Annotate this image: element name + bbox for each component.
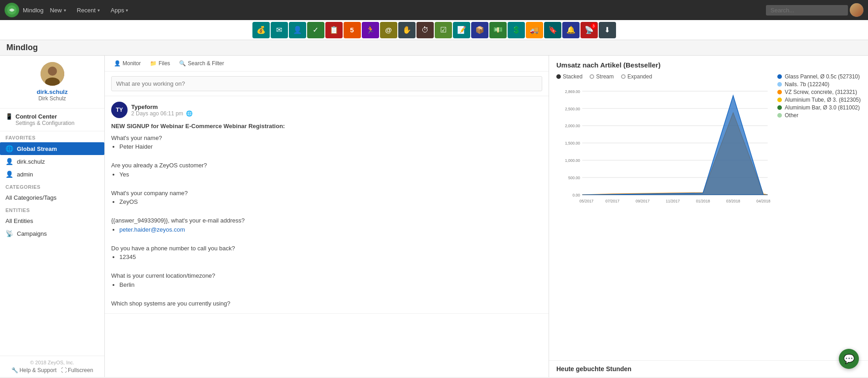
top-navigation: Mindlog New▾ Recent▾ Apps▾ (0, 0, 868, 20)
notifications-icon-btn[interactable]: 🔔 (562, 22, 580, 38)
copyright-text: © 2018 ZeyOS, Inc. (5, 360, 99, 365)
search-input[interactable] (766, 5, 848, 16)
svg-text:500.00: 500.00 (568, 176, 580, 180)
sidebar-control-center[interactable]: 📱 Control Center Settings & Configuratio… (0, 109, 104, 131)
expanded-radio[interactable]: Expanded (621, 73, 652, 80)
legend-item-4: Aluminium Bar, Ø 3.0 (811002) (777, 104, 861, 111)
sidebar-item-campaigns[interactable]: 📡 Campaigns (0, 227, 104, 240)
checklist-icon-btn[interactable]: ☑ (435, 22, 452, 38)
user-icon-admin: 👤 (5, 171, 13, 178)
feed-q6: What is your current location/timezone? (111, 271, 542, 280)
compose-input[interactable] (111, 76, 542, 91)
center-toolbar: 👤 Monitor 📁 Files 🔍 Search & Filter (105, 56, 549, 72)
feed-a2: Yes (119, 170, 542, 179)
logo[interactable] (5, 3, 19, 17)
feed-q7: Which shop systems are you currently usi… (111, 299, 542, 308)
sidebar-item-label: dirk.schulz (17, 158, 45, 165)
download-icon-btn[interactable]: ⬇ (599, 22, 616, 38)
sidebar-user-section: dirk.schulz Dirk Schulz (0, 56, 104, 109)
sidebar-item-global-stream[interactable]: 🌐 Global Stream (0, 142, 104, 155)
legend-item-1: Nails. 7b (122240) (777, 81, 861, 88)
sidebar-username[interactable]: dirk.schulz (37, 88, 68, 95)
sidebar-item-label: All Categories/Tags (5, 194, 56, 201)
svg-text:01/2018: 01/2018 (696, 199, 710, 203)
feed-scroll[interactable]: TY Typeform 2 Days ago 06:11 pm 🌐 NEW SI… (105, 96, 549, 377)
categories-section-label: CATEGORIES (0, 181, 104, 192)
sidebar-item-all-entities[interactable]: All Entities (0, 215, 104, 227)
mail-icon-btn[interactable]: ✉ (271, 22, 288, 38)
svg-text:05/2017: 05/2017 (580, 199, 594, 203)
feed-q3: What's your company name? (111, 189, 542, 198)
chat-bubble-btn[interactable]: 💬 (839, 349, 859, 369)
fullscreen-link[interactable]: ⛶ Fullscreen (61, 367, 93, 373)
compose-area (105, 72, 549, 96)
contacts-icon-btn[interactable]: 👤 (289, 22, 306, 38)
chart-area: Stacked Stream Expanded (556, 73, 772, 212)
svg-text:2,000.00: 2,000.00 (565, 124, 580, 128)
control-center-label: Control Center (15, 113, 57, 120)
global-stream-icon: 🌐 (5, 145, 13, 152)
search-filter-btn[interactable]: 🔍 Search & Filter (175, 58, 228, 68)
svg-text:07/2017: 07/2017 (606, 199, 620, 203)
feed-content: NEW SIGNUP for Webinar E-Commerce Webina… (111, 122, 542, 308)
svg-text:1,000.00: 1,000.00 (565, 158, 580, 163)
at-icon-btn[interactable]: @ (380, 22, 397, 38)
svg-text:1,500.00: 1,500.00 (565, 141, 580, 145)
svg-text:2,869.00: 2,869.00 (565, 89, 580, 94)
signal-icon-btn[interactable]: 📡3 (580, 22, 598, 38)
feed-q1: What's your name? (111, 134, 542, 143)
control-center-icon: 📱 (5, 113, 13, 120)
svg-marker-26 (582, 95, 768, 195)
sidebar-avatar (41, 62, 64, 86)
feed-a4-link[interactable]: peter.haider@zeyos.com (119, 226, 185, 233)
center-panel: 👤 Monitor 📁 Files 🔍 Search & Filter TY T… (105, 56, 549, 377)
sidebar-item-all-categories[interactable]: All Categories/Tags (0, 192, 104, 204)
feed-a1: Peter Haider (119, 142, 542, 151)
bookmark-icon-btn[interactable]: 🔖 (544, 22, 561, 38)
money-icon-btn[interactable]: 💵 (489, 22, 507, 38)
monitor-btn[interactable]: 👤 Monitor (109, 58, 145, 68)
legend-item-3: Aluminium Tube, Ø 3. (812305) (777, 97, 861, 103)
svg-text:11/2017: 11/2017 (666, 199, 680, 203)
left-sidebar: dirk.schulz Dirk Schulz 📱 Control Center… (0, 56, 105, 377)
feed-q5: Do you have a phone number to call you b… (111, 244, 542, 253)
page-title: Mindlog (0, 40, 868, 56)
new-menu[interactable]: New▾ (46, 5, 71, 16)
sidebar-realname: Dirk Schulz (38, 95, 66, 102)
apps-menu[interactable]: Apps▾ (106, 5, 133, 16)
right-panel: Umsatz nach Artikel (Bestseller) Stacked… (549, 56, 868, 377)
dollar-icon-btn[interactable]: 💲 (508, 22, 525, 38)
chart-svg: 2,869.00 2,500.00 2,000.00 1,500.00 1,00… (556, 83, 772, 211)
crm-icon-btn[interactable]: 📋 (325, 22, 343, 38)
timer-icon-btn[interactable]: ⏱ (416, 22, 434, 38)
run-icon-btn[interactable]: 🏃 (362, 22, 379, 38)
finance-icon-btn[interactable]: 💰 (252, 22, 270, 38)
svg-point-2 (48, 67, 57, 76)
svg-text:2,500.00: 2,500.00 (565, 107, 580, 111)
files-btn[interactable]: 📁 Files (145, 58, 175, 68)
feed-q2: Are you already a ZeyOS customer? (111, 161, 542, 170)
legend-item-2: VZ Screw, concrete, (312321) (777, 89, 861, 95)
stream-radio[interactable]: Stream (590, 73, 614, 80)
notes-icon-btn[interactable]: 📝 (453, 22, 470, 38)
favorites-section-label: FAVORITES (0, 131, 104, 142)
user-avatar[interactable] (850, 3, 863, 17)
svg-text:09/2017: 09/2017 (636, 199, 650, 203)
five-icon-btn[interactable]: 5 (344, 22, 361, 38)
mindlog-nav-label: Mindlog (23, 7, 44, 14)
sidebar-item-admin[interactable]: 👤 admin (0, 168, 104, 181)
feed-a3: ZeyOS (119, 197, 542, 207)
recent-menu[interactable]: Recent▾ (72, 5, 104, 16)
search-filter-icon: 🔍 (179, 60, 186, 67)
help-support-link[interactable]: 🔧 Help & Support (11, 367, 56, 373)
help-icon: 🔧 (11, 367, 18, 373)
delivery-icon-btn[interactable]: 🚚 (526, 22, 543, 38)
sidebar-item-dirk[interactable]: 👤 dirk.schulz (0, 155, 104, 168)
hand-icon-btn[interactable]: ✋ (398, 22, 416, 38)
tasks-icon-btn[interactable]: ✓ (307, 22, 324, 38)
feed-a6: Berlin (119, 280, 542, 290)
feed-sender: Typeform (131, 104, 193, 110)
warehouse-icon-btn[interactable]: 📦 (471, 22, 488, 38)
chart-title: Umsatz nach Artikel (Bestseller) (556, 61, 861, 69)
stacked-radio[interactable]: Stacked (556, 73, 582, 80)
